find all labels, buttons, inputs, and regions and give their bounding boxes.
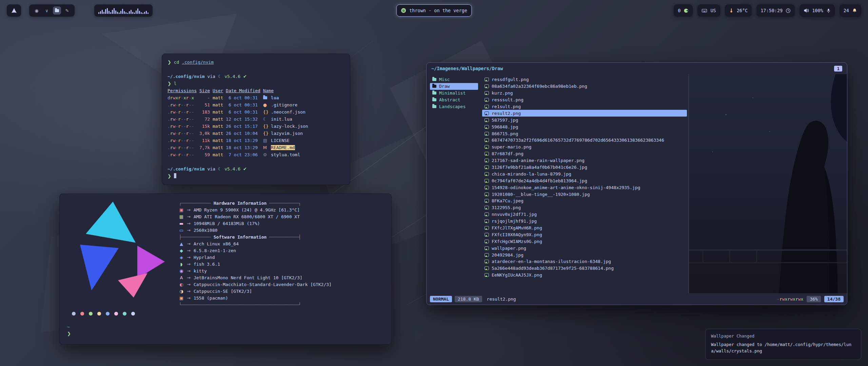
file-name: 596848.jpg	[492, 124, 518, 129]
file-row[interactable]: nnvuv0xj2df71.jpg	[482, 211, 687, 218]
file-row[interactable]: wallpaper.png	[482, 245, 687, 251]
image-file-icon	[485, 273, 489, 277]
file-owner: matt	[213, 94, 223, 101]
file-row[interactable]: 587597.jpg	[482, 117, 687, 123]
file-row[interactable]: 217167-sad-anime-rain-wallpaper.png	[482, 157, 687, 164]
lua-version: v5.4.6	[224, 166, 240, 171]
file-name: wallpaper.png	[492, 246, 526, 251]
file-row[interactable]: FXfcHgcWIAMzs0G.png	[482, 238, 687, 245]
fetch-item-value: JetBrainsMono Nerd Font Light 10 [GTK2/3…	[194, 274, 302, 281]
file-size: 183	[199, 108, 210, 116]
workspace-files[interactable]	[53, 6, 61, 15]
tab-indicator[interactable]: 1	[834, 66, 842, 72]
markdown-icon: M	[263, 145, 267, 150]
notifications-module[interactable]: 24	[840, 4, 861, 17]
folder-icon	[432, 105, 436, 108]
file-row[interactable]: EeNKYgIUcAAJ5JX.png	[482, 272, 687, 279]
arrow-icon: →	[187, 281, 191, 288]
file-row[interactable]: 19201080-__blue-tinge__-1920×1080.jpg	[482, 191, 687, 198]
fetch-item-value: AMD ATI Radeon RX 6800/6800 XT / 6900 XT	[194, 214, 300, 220]
clock-module[interactable]: 17:50:29	[756, 4, 795, 17]
file-row[interactable]: 08a634fa02a32364f69ebc86a98eb1eb.png	[482, 83, 687, 90]
file-row[interactable]: 3126f7e9bbf21a8a4af0b67b041c6e26.jpg	[482, 164, 687, 171]
volume-module[interactable]: 100%	[800, 4, 835, 17]
fetch-item-icon: A	[179, 274, 184, 281]
file-row[interactable]: super-mario.png	[482, 144, 687, 150]
file-name: .neoconf.json	[271, 108, 344, 116]
file-size: 7,7k	[199, 144, 210, 151]
file-date: 26 oct 10:04	[226, 130, 260, 137]
eza-file-row: .rw-r--r--59matt 7 oct 23:06⚙stylua.toml	[167, 151, 344, 158]
fetch-item-value: 6.5.8-zen1-1-zen	[194, 247, 236, 254]
keyboard-layout-module[interactable]: US	[697, 4, 720, 17]
fetch-info-row: ◑→Catppuccin-SE [GTK2/3]	[179, 288, 384, 295]
workspace-editor[interactable]: ∨	[43, 6, 51, 15]
file-row[interactable]: FXfcJlTXgAMvH6R.png	[482, 225, 687, 231]
cwd-path: ~	[67, 324, 70, 329]
cwd-path: ~/.config/nvim	[167, 166, 205, 171]
prompt-line: ❯	[167, 172, 344, 180]
music-title: thrown - on the verge	[409, 8, 467, 13]
file-type-icon-cell: {}	[263, 130, 269, 137]
fetch-item-value: Hyprland	[194, 254, 215, 261]
file-permissions: .rw-r--r--	[167, 137, 197, 144]
file-row[interactable]: 8FKa7Cu.jpeg	[482, 198, 687, 204]
file-row[interactable]: 0c794faf07de24a4db4d4fb1eb813964.jpg	[482, 177, 687, 184]
prompt-char: ❯	[67, 331, 71, 336]
speaker-icon	[804, 8, 809, 13]
file-name: nnvuv0xj2df71.jpg	[492, 212, 537, 217]
file-row[interactable]: 596848.jpg	[482, 123, 687, 130]
sidebar-folder-draw[interactable]: Draw	[430, 83, 478, 90]
file-name: 217167-sad-anime-rain-wallpaper.png	[492, 158, 585, 163]
file-row[interactable]: atardecer-en-la-montanas-ilustracion-634…	[482, 258, 687, 265]
audio-visualizer[interactable]	[94, 4, 153, 17]
file-row[interactable]: kurz.png	[482, 90, 687, 97]
file-row[interactable]: 5a266e448add93deab367d87173e9f25-6837886…	[482, 265, 687, 272]
sidebar-folder-misc[interactable]: Misc	[430, 76, 478, 83]
file-row[interactable]: 154928-odinokoe_anime-art-anime-okno-sin…	[482, 184, 687, 191]
sidebar-folder-landscapes[interactable]: Landscapes	[430, 103, 478, 110]
file-row[interactable]: 866715.png	[482, 130, 687, 137]
sidebar-folder-abstract[interactable]: Abstract	[430, 97, 478, 103]
visualizer-bars	[98, 7, 149, 14]
folder-icon	[432, 78, 436, 81]
file-row[interactable]: 68747470733a2f2f696d616765732d7769786d70…	[482, 137, 687, 144]
fetch-info-row: ▭→868x366	[179, 227, 384, 234]
eza-file-row: .rw-r--r--51matt 6 oct 00:31●.gitignore	[167, 101, 344, 108]
file-row[interactable]: result2.png	[482, 110, 687, 117]
image-file-icon	[485, 84, 489, 88]
file-row[interactable]: FXfcII0X0AQyn9X.png	[482, 231, 687, 238]
music-widget[interactable]: thrown - on the verge	[396, 4, 472, 17]
sidebar-folder-minimalist[interactable]: Minimalist	[430, 90, 478, 97]
workspace-browser[interactable]: ◉	[33, 6, 41, 15]
updates-module[interactable]: 0	[674, 4, 693, 17]
image-file-icon	[485, 159, 489, 162]
file-row[interactable]: chica-mirando-la-luna-8799.jpg	[482, 170, 687, 177]
temperature-module[interactable]: 26°C	[725, 4, 752, 17]
file-name: 866715.png	[492, 131, 518, 136]
fetch-item-value: 868x366	[194, 227, 217, 234]
file-name: 3126f7e9bbf21a8a4af0b67b041c6e26.jpg	[492, 165, 587, 170]
file-row[interactable]: 20492984.jpg	[482, 251, 687, 258]
file-row[interactable]: ressdfgult.png	[482, 76, 687, 83]
file-row[interactable]: re1sult.png	[482, 103, 687, 110]
file-name: 0c794faf07de24a4db4d4fb1eb813964.jpg	[492, 178, 587, 183]
fetch-info-row: ▣→1558 (pacman)	[179, 295, 384, 302]
image-file-icon	[485, 206, 489, 209]
file-type-icon-cell: ☾	[263, 116, 269, 123]
arrow-icon: →	[187, 227, 191, 234]
file-row[interactable]: 87r687df.png	[482, 150, 687, 157]
launcher-button[interactable]	[7, 4, 21, 17]
json-icon: {}	[263, 131, 269, 136]
fetch-item-icon: ◑	[179, 288, 184, 295]
volume-value: 100%	[812, 8, 823, 13]
file-name: ressdfgult.png	[492, 77, 529, 82]
image-file-icon	[485, 266, 489, 270]
file-name: atardecer-en-la-montanas-ilustracion-634…	[492, 259, 611, 264]
workspace-draw[interactable]: ✎	[63, 6, 71, 15]
file-row[interactable]: 3122955.png	[482, 204, 687, 211]
notification-popup[interactable]: Wallpaper Changed Wallpaper changed to /…	[705, 329, 861, 360]
arrow-icon: →	[187, 220, 191, 227]
file-row[interactable]: resssult.png	[482, 97, 687, 103]
file-row[interactable]: rsjqojlmjhf91.jpg	[482, 218, 687, 225]
